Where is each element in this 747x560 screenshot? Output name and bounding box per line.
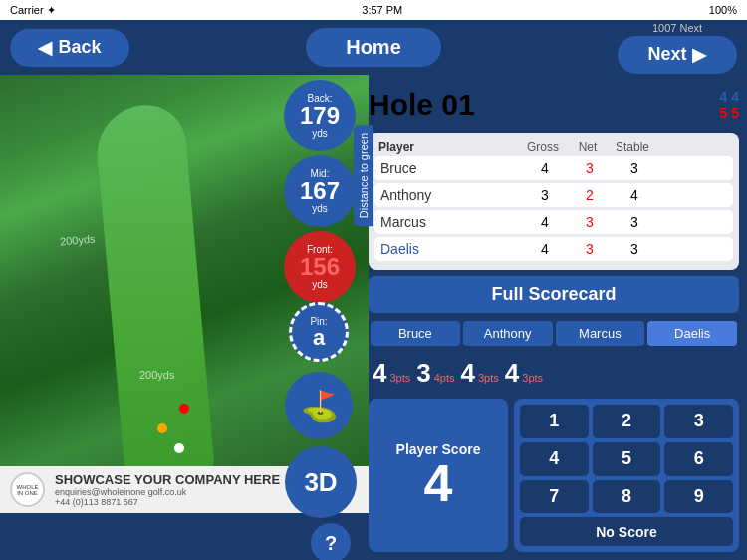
- player-name: Marcus: [380, 214, 520, 230]
- right-panel: Back: 179 yds Mid: 167 yds Front: 156 yd…: [369, 75, 747, 560]
- num-button-6[interactable]: 6: [664, 442, 733, 476]
- num-button-9[interactable]: 9: [664, 480, 733, 514]
- stable-score: 3: [610, 214, 659, 230]
- num-button-8[interactable]: 8: [593, 480, 661, 514]
- full-scorecard-button[interactable]: Full Scorecard: [369, 276, 739, 313]
- player-tab-marcus[interactable]: Marcus: [556, 321, 645, 346]
- score-item-2: 4 3pts: [461, 358, 499, 389]
- front-value: 156: [300, 255, 340, 279]
- score-row: 4 3pts 3 4pts 4 3pts 4 3pts: [369, 354, 739, 393]
- score-item-0: 4 3pts: [373, 358, 410, 389]
- col-net: Net: [568, 140, 608, 154]
- score-item-1: 3 4pts: [416, 358, 454, 389]
- distance-area: Back: 179 yds Mid: 167 yds Front: 156 yd…: [284, 80, 356, 303]
- player-score-value: 4: [424, 457, 453, 509]
- table-row: Bruce 4 3 3: [374, 156, 733, 180]
- table-row: Anthony 3 2 4: [374, 183, 733, 207]
- gross-score: 4: [520, 160, 570, 176]
- num-button-1[interactable]: 1: [520, 405, 589, 438]
- net-score: 3: [570, 160, 610, 176]
- no-score-button[interactable]: No Score: [520, 517, 733, 546]
- company-logo: WHOLEIN ONE: [10, 472, 45, 507]
- col-stable: Stable: [608, 140, 657, 154]
- score-item-3: 4 3pts: [505, 358, 543, 389]
- back-button[interactable]: ◀ Back: [10, 29, 129, 67]
- home-label: Home: [346, 36, 401, 58]
- col-gross: Gross: [518, 140, 568, 154]
- stable-score: 4: [610, 187, 659, 203]
- net-score: 3: [570, 241, 610, 257]
- scorecard-header: Player Gross Net Stable: [374, 139, 733, 156]
- next-label: Next: [647, 44, 686, 65]
- stable-score: 3: [610, 241, 659, 257]
- score-pts: 3pts: [522, 372, 543, 384]
- showcase-title: SHOWCASE YOUR COMPANY HERE: [55, 472, 280, 487]
- back-label: Back: [58, 37, 101, 58]
- hole-title: Hole 01: [369, 88, 475, 122]
- score-pts: 3pts: [389, 372, 410, 384]
- next-button[interactable]: Next ▶: [618, 36, 737, 74]
- gross-score: 3: [520, 187, 570, 203]
- player-tabs: BruceAnthonyMarcusDaelis: [369, 319, 739, 348]
- flag-button[interactable]: ⛳: [285, 372, 353, 439]
- score-big: 3: [416, 358, 430, 389]
- back-unit: yds: [312, 128, 328, 139]
- col-player: Player: [378, 140, 518, 154]
- score-pts: 4pts: [434, 372, 455, 384]
- distance-marker-200b: 200yds: [139, 369, 174, 381]
- status-bar: Carrier ✦ 3:57 PM 100%: [0, 0, 747, 20]
- 3d-button[interactable]: 3D: [285, 446, 357, 518]
- pin-indicator: Pin: a: [289, 302, 349, 362]
- num-button-7[interactable]: 7: [520, 480, 589, 514]
- mid-value: 167: [300, 179, 340, 203]
- stable-score: 3: [610, 160, 659, 176]
- net-score: 2: [570, 187, 610, 203]
- num-button-4[interactable]: 4: [520, 442, 589, 476]
- pin-value: a: [313, 327, 325, 349]
- hole-header: Hole 01 4 4 5 5: [369, 83, 739, 127]
- home-button[interactable]: Home: [306, 28, 441, 67]
- mid-unit: yds: [312, 203, 328, 214]
- blue-scores: 4 4: [720, 89, 739, 105]
- num-button-5[interactable]: 5: [593, 442, 661, 476]
- score-pts: 3pts: [478, 372, 499, 384]
- back-icon: ◀: [38, 37, 52, 59]
- hole-scores: 4 4 5 5: [720, 89, 739, 121]
- full-scorecard-label: Full Scorecard: [491, 284, 616, 304]
- showcase-info: SHOWCASE YOUR COMPANY HERE enquiries@who…: [55, 472, 280, 507]
- num-button-2[interactable]: 2: [593, 405, 661, 438]
- number-grid: 123456789No Score: [514, 399, 739, 552]
- marker-white: [174, 443, 184, 453]
- red-scores: 5 5: [720, 105, 739, 121]
- front-unit: yds: [312, 279, 328, 290]
- score-big: 4: [373, 358, 386, 389]
- player-tab-bruce[interactable]: Bruce: [371, 321, 460, 346]
- distance-to-green-label: Distance to green: [354, 125, 374, 226]
- player-name: Bruce: [380, 160, 520, 176]
- showcase-phone: +44 (0)113 8871 567: [55, 497, 280, 507]
- player-tab-daelis[interactable]: Daelis: [647, 321, 737, 346]
- bottom-section: Player Score 4 123456789No Score: [369, 399, 739, 552]
- fairway: [94, 102, 216, 486]
- player-tab-anthony[interactable]: Anthony: [463, 321, 553, 346]
- help-icon: ?: [325, 532, 337, 555]
- scorecard-table: Player Gross Net Stable Bruce 4 3 3 Anth…: [369, 133, 739, 270]
- showcase-email: enquiries@wholeinone golf.co.uk: [55, 487, 280, 497]
- carrier-label: Carrier ✦: [10, 4, 56, 17]
- flag-icon: ⛳: [301, 389, 338, 423]
- gross-score: 4: [520, 214, 570, 230]
- next-hole-info: 1007 Next: [652, 22, 702, 34]
- num-button-3[interactable]: 3: [664, 405, 733, 438]
- score-big: 4: [461, 358, 475, 389]
- main-content: 200yds 200yds WHOLEIN ONE SHOWCASE YOUR …: [0, 75, 747, 560]
- nav-bar: ◀ Back Home 1007 Next Next ▶: [0, 20, 747, 75]
- distance-front: Front: 156 yds: [284, 231, 356, 303]
- next-icon: ▶: [692, 44, 706, 66]
- 3d-label: 3D: [304, 467, 337, 498]
- score-big: 4: [505, 358, 519, 389]
- time-label: 3:57 PM: [362, 4, 402, 16]
- scorecard-rows: Bruce 4 3 3 Anthony 3 2 4 Marcus 4 3 3 D…: [374, 156, 733, 261]
- table-row: Marcus 4 3 3: [374, 210, 733, 234]
- table-row: Daelis 4 3 3: [374, 237, 733, 261]
- help-button[interactable]: ?: [311, 523, 351, 560]
